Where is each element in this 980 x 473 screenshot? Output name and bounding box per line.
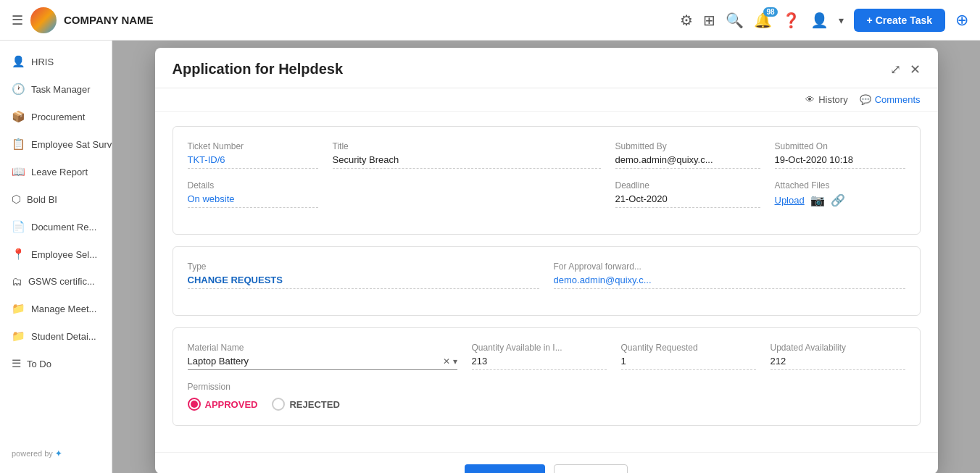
camera-icon[interactable]: 📷 [810,193,825,207]
history-label: History [818,94,847,105]
updated-availability-label: Updated Availability [771,343,905,353]
qty-requested-input[interactable] [621,356,756,370]
sidebar-item-procurement[interactable]: 📦Procurement [0,103,112,130]
ticket-number-group: Ticket Number TKT-ID/6 [188,141,318,169]
company-name: COMPANY NAME [64,14,154,26]
sidebar-item-student-detai[interactable]: 📁Student Detai... [0,322,112,350]
navbar: ☰ COMPANY NAME ⚙ ⊞ 🔍 🔔 98 ❓ 👤 ▾ + Create… [0,0,980,41]
form-row-2: Details On website Deadline 21-Oct-2020 … [188,180,905,208]
material-name-input[interactable] [188,356,443,367]
chevron-down-icon[interactable]: ▾ [839,14,844,26]
permission-section: Permission APPROVED [188,382,905,411]
sidebar-label-procurement: Procurement [31,112,85,122]
form-row-1: Ticket Number TKT-ID/6 Title Security Br… [188,141,905,169]
updated-availability-input [771,356,905,370]
comments-button[interactable]: 💬 Comments [860,94,921,105]
submitted-on-value: 19-Oct-2020 10:18 [775,154,905,169]
user-avatar[interactable]: 👤 [810,12,829,29]
sidebar-label-gsws-certific: GSWS certific... [28,276,95,287]
sidebar-item-employee-sel[interactable]: 📍Employee Sel... [0,240,112,268]
details-group: Details On website [188,180,318,208]
material-row: Material Name ✕ ▾ Quantity Available in … [188,343,905,370]
for-approval-value: demo.admin@quixy.c... [554,275,905,289]
add-icon[interactable]: ⊕ [955,11,968,30]
hamburger-icon[interactable]: ☰ [12,12,23,28]
sidebar-icon-employee-sat-survey: 📋 [12,138,25,151]
sidebar-icon-bold-bi: ⬡ [12,193,21,206]
rejected-label: REJECTED [289,399,339,410]
notifications-icon[interactable]: 🔔 98 [754,12,772,29]
comments-icon: 💬 [860,94,871,105]
for-approval-label: For Approval forward... [554,261,905,272]
search-icon[interactable]: 🔍 [726,12,744,29]
submitted-on-label: Submitted On [775,141,905,151]
apps-icon[interactable]: ⊞ [703,12,715,29]
main-content: Application for Helpdesk ⤢ ✕ 👁 History 💬… [112,41,980,473]
sidebar-label-student-detai: Student Detai... [31,331,96,342]
modal-footer: Submit Cancel [155,452,938,473]
sidebar-item-leave-report[interactable]: 📖Leave Report [0,158,112,185]
sidebar-item-task-manager[interactable]: 🕐Task Manager [0,75,112,103]
submit-button[interactable]: Submit [465,464,545,473]
history-button[interactable]: 👁 History [805,94,847,105]
sidebar-icon-hris: 👤 [12,55,25,68]
sidebar-item-employee-sat-survey[interactable]: 📋Employee Sat Survey [0,130,112,158]
navbar-right: ⚙ ⊞ 🔍 🔔 98 ❓ 👤 ▾ + Create Task ⊕ [680,9,968,32]
sidebar-label-document-re: Document Re... [31,222,96,233]
notification-badge: 98 [763,7,777,17]
upload-link[interactable]: Upload [775,195,805,206]
material-name-input-wrapper: ✕ ▾ [188,356,457,370]
type-group: Type CHANGE REQUESTS [188,261,539,289]
sidebar-label-to-do: To Do [27,359,51,369]
attached-files-group: Attached Files Upload 📷 🔗 [775,180,905,208]
dropdown-icon[interactable]: ▾ [453,356,457,367]
qty-requested-group: Quantity Requested [621,343,756,370]
details-label: Details [188,180,318,191]
sidebar-label-employee-sel: Employee Sel... [31,249,97,260]
approved-radio[interactable] [188,398,201,411]
approved-option[interactable]: APPROVED [188,398,258,411]
attached-files-label: Attached Files [775,180,905,191]
layout: 👤HRIS🕐Task Manager📦Procurement📋Employee … [0,41,980,473]
company-logo [30,7,57,33]
type-label: Type [188,261,539,272]
create-task-button[interactable]: + Create Task [854,9,945,32]
modal-overlay: Application for Helpdesk ⤢ ✕ 👁 History 💬… [112,41,980,473]
paperclip-icon[interactable]: 🔗 [831,193,845,207]
form-section-3: Material Name ✕ ▾ Quantity Available in … [173,327,921,426]
approved-radio-inner [191,401,198,408]
sidebar-item-bold-bi[interactable]: ⬡Bold BI [0,185,112,213]
sidebar-icon-document-re: 📄 [12,220,25,233]
cancel-button[interactable]: Cancel [554,464,628,473]
form-row-3: Type CHANGE REQUESTS For Approval forwar… [188,261,905,289]
form-section-2: Type CHANGE REQUESTS For Approval forwar… [173,246,921,316]
modal-title: Application for Helpdesk [173,61,344,78]
clear-icon[interactable]: ✕ [443,356,450,367]
for-approval-group: For Approval forward... demo.admin@quixy… [554,261,905,289]
sidebar-item-to-do[interactable]: ☰To Do [0,350,112,377]
qty-available-input[interactable] [472,356,607,370]
help-icon[interactable]: ❓ [782,12,800,29]
sidebar-item-gsws-certific[interactable]: 🗂GSWS certific... [0,268,112,295]
navbar-left: ☰ COMPANY NAME [12,7,154,33]
qty-available-label: Quantity Available in I... [472,343,607,353]
modal-body: Ticket Number TKT-ID/6 Title Security Br… [155,112,938,452]
sidebar-label-manage-meet: Manage Meet... [31,304,96,314]
sidebar-item-document-re[interactable]: 📄Document Re... [0,213,112,240]
expand-icon[interactable]: ⤢ [890,62,901,78]
modal: Application for Helpdesk ⤢ ✕ 👁 History 💬… [155,48,938,473]
sidebar-icon-to-do: ☰ [12,357,21,370]
deadline-value: 21-Oct-2020 [615,193,760,208]
rejected-option[interactable]: REJECTED [272,398,339,411]
sidebar-label-hris: HRIS [31,56,54,67]
sidebar-item-hris[interactable]: 👤HRIS [0,48,112,75]
sidebar-item-manage-meet[interactable]: 📁Manage Meet... [0,295,112,322]
permission-label: Permission [188,382,905,392]
permission-options: APPROVED REJECTED [188,398,905,411]
close-icon[interactable]: ✕ [910,62,921,78]
settings-icon[interactable]: ⚙ [680,12,693,29]
rejected-radio[interactable] [272,398,285,411]
qty-requested-label: Quantity Requested [621,343,756,353]
sidebar-icon-leave-report: 📖 [12,165,25,178]
submitted-on-group: Submitted On 19-Oct-2020 10:18 [775,141,905,169]
